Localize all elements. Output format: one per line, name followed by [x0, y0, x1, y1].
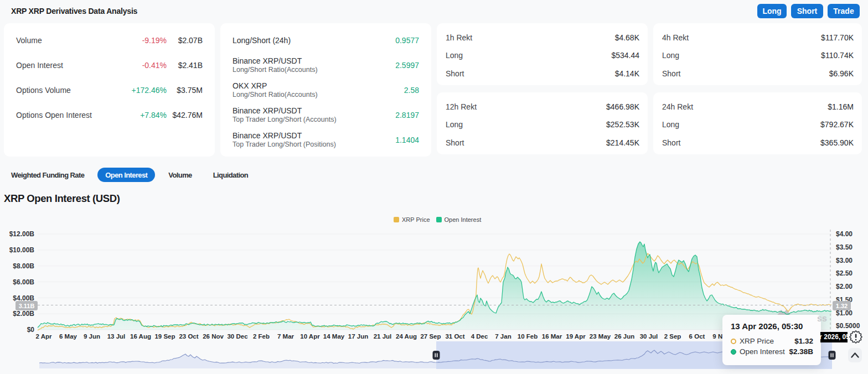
- svg-text:2 Sep: 2 Sep: [664, 333, 681, 340]
- svg-text:16 Aug: 16 Aug: [130, 333, 151, 340]
- svg-text:13 Jul: 13 Jul: [107, 333, 126, 340]
- svg-text:2 Feb: 2 Feb: [253, 333, 270, 340]
- svg-text:6 Oct: 6 Oct: [689, 333, 705, 340]
- svg-text:19 Apr: 19 Apr: [566, 333, 586, 340]
- svg-text:17 Jun: 17 Jun: [348, 333, 368, 340]
- svg-text:31 Oct: 31 Oct: [445, 333, 464, 340]
- svg-text:26 Nov: 26 Nov: [203, 333, 224, 340]
- svg-text:16 Mar: 16 Mar: [542, 333, 562, 340]
- svg-text:24 Aug: 24 Aug: [396, 333, 417, 340]
- svg-text:3.11B: 3.11B: [19, 303, 35, 309]
- svg-text:7 Mar: 7 Mar: [277, 333, 294, 340]
- svg-text:26 Jun: 26 Jun: [614, 333, 634, 340]
- svg-text:$4.00B: $4.00B: [13, 294, 34, 302]
- svg-text:2 Apr: 2 Apr: [36, 333, 52, 340]
- svg-text:$0.5000: $0.5000: [836, 322, 860, 330]
- svg-text:$4.00: $4.00: [836, 230, 852, 238]
- svg-text:$3.50: $3.50: [836, 243, 852, 251]
- svg-text:$2.50: $2.50: [836, 269, 852, 277]
- svg-text:23 Oct: 23 Oct: [179, 333, 198, 340]
- svg-text:27 Sep: 27 Sep: [420, 333, 441, 340]
- svg-text:21 Jul: 21 Jul: [374, 333, 392, 340]
- svg-text:$12.00B: $12.00B: [9, 230, 35, 238]
- svg-text:$3.00: $3.00: [836, 257, 852, 264]
- svg-text:19 Sep: 19 Sep: [154, 333, 175, 340]
- svg-text:$2.00: $2.00: [836, 283, 852, 290]
- svg-text:7 Jan: 7 Jan: [495, 333, 511, 340]
- svg-text:$8.00B: $8.00B: [13, 262, 34, 270]
- svg-text:30 Jul: 30 Jul: [640, 333, 658, 340]
- svg-text:$2.00B: $2.00B: [13, 310, 34, 318]
- svg-text:$6.00B: $6.00B: [13, 278, 34, 286]
- svg-text:6 May: 6 May: [59, 333, 78, 340]
- svg-text:30 Dec: 30 Dec: [227, 333, 248, 340]
- svg-text:4 Dec: 4 Dec: [471, 333, 488, 340]
- svg-text:$0: $0: [27, 326, 35, 334]
- svg-text:9 Jun: 9 Jun: [84, 333, 100, 340]
- svg-text:23 May: 23 May: [590, 333, 611, 340]
- svg-text:10 Apr: 10 Apr: [300, 333, 320, 340]
- svg-text:14 May: 14 May: [323, 333, 345, 340]
- svg-text:1.32: 1.32: [836, 303, 848, 309]
- svg-text:10 Feb: 10 Feb: [518, 333, 538, 340]
- svg-text:$10.00B: $10.00B: [9, 246, 35, 254]
